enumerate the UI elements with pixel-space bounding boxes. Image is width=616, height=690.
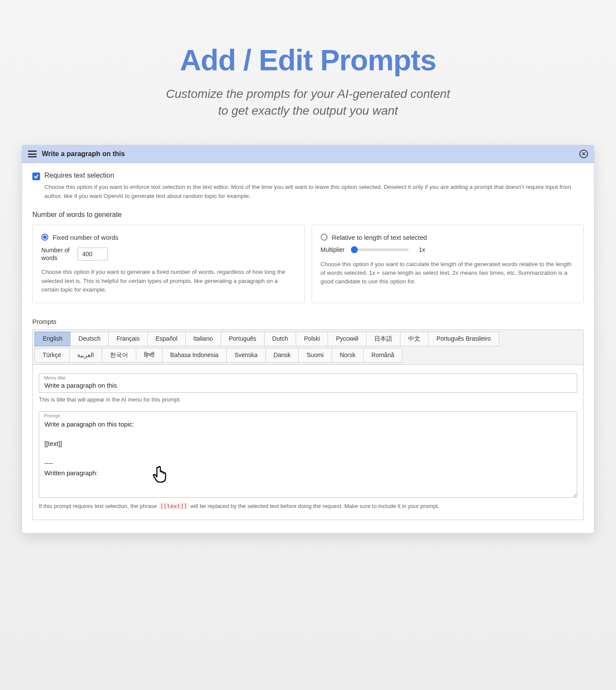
language-tab-español[interactable]: Español (147, 332, 186, 346)
prompts-section-label: Prompts (32, 318, 584, 325)
close-button[interactable]: ✕ (579, 150, 588, 158)
language-tabs-row-2: Türkçeالعربية한국어हिन्दीBahasa IndonesiaSv… (34, 348, 582, 364)
subtitle-line-2: to get exactly the output you want (218, 104, 398, 117)
page-title: Add / Edit Prompts (13, 43, 603, 77)
close-icon: ✕ (582, 151, 586, 157)
relative-words-radio-label: Relative to length of text selected (332, 234, 427, 241)
requires-selection-label: Requires text selection (44, 172, 114, 179)
tab-content: Menu title This is title that will appea… (33, 364, 583, 520)
number-of-words-input[interactable] (78, 248, 108, 260)
fixed-words-radio[interactable] (41, 234, 48, 241)
requires-selection-helper: Choose this option if you want to enforc… (44, 183, 584, 201)
slider-thumb-icon[interactable] (351, 246, 358, 253)
language-tab-dutch[interactable]: Dutch (264, 332, 297, 346)
multiplier-slider[interactable] (353, 248, 409, 251)
multiplier-label: Multiplier (321, 246, 347, 253)
language-tabs-row-1: EnglishDeutschFrançaisEspañolItalianoPor… (34, 332, 582, 348)
prompt-body-label: Prompt (44, 413, 60, 418)
requires-selection-checkbox[interactable] (32, 172, 40, 180)
menu-title-input[interactable] (39, 373, 577, 393)
language-tab-svenska[interactable]: Svenska (226, 348, 266, 363)
text-placeholder-code: [[text]] (158, 502, 189, 510)
language-tab-中文[interactable]: 中文 (400, 332, 428, 346)
language-tab-bahasa-indonesia[interactable]: Bahasa Indonesia (162, 348, 227, 363)
language-tab-हिन्दी[interactable]: हिन्दी (136, 348, 163, 363)
language-tab-العربية[interactable]: العربية (69, 348, 102, 363)
language-tabs-container: EnglishDeutschFrançaisEspañolItalianoPor… (32, 329, 584, 520)
relative-words-radio[interactable] (321, 234, 328, 241)
language-tab-polski[interactable]: Polski (296, 332, 328, 346)
hamburger-menu-icon[interactable] (28, 151, 37, 157)
helper-before: If this prompt requires text selection, … (39, 503, 158, 509)
panel-title: Write a paragraph on this (42, 150, 579, 158)
relative-words-card: Relative to length of text selected Mult… (312, 225, 584, 303)
word-count-section-label: Number of words to generate (32, 211, 584, 219)
language-tab-english[interactable]: English (34, 332, 71, 346)
language-tab-deutsch[interactable]: Deutsch (70, 332, 109, 346)
prompt-textarea[interactable] (39, 411, 577, 498)
language-tab-русский[interactable]: Русский (328, 332, 366, 346)
language-tab-português[interactable]: Português (221, 332, 265, 346)
helper-after: will be replaced by the selected text be… (191, 503, 439, 509)
language-tab-türkçe[interactable]: Türkçe (34, 348, 69, 363)
menu-title-label: Menu title (44, 375, 66, 380)
language-tab-한국어[interactable]: 한국어 (102, 348, 136, 363)
language-tab-dansk[interactable]: Dansk (266, 348, 299, 363)
number-of-words-label: Number of words (41, 246, 72, 262)
page-subtitle: Customize the prompts for your AI-genera… (13, 85, 603, 119)
panel-header: Write a paragraph on this ✕ (22, 145, 594, 163)
relative-words-helper: Choose this option if you want to calcul… (321, 260, 575, 286)
menu-title-helper: This is title that will appear in the AI… (39, 396, 577, 403)
fixed-words-radio-label: Fixed number of words (53, 234, 119, 241)
prompt-editor-panel: Write a paragraph on this ✕ Requires tex… (22, 145, 594, 533)
fixed-words-card: Fixed number of words Number of words Ch… (32, 225, 305, 303)
prompt-body-helper: If this prompt requires text selection, … (39, 503, 577, 509)
fixed-words-helper: Choose this option if you want to genera… (41, 268, 296, 294)
language-tab-français[interactable]: Français (108, 332, 148, 346)
language-tab-português-brasileiro[interactable]: Português Brasileiro (428, 332, 499, 346)
language-tab-日本語[interactable]: 日本語 (366, 332, 400, 346)
subtitle-line-1: Customize the prompts for your AI-genera… (166, 87, 450, 100)
language-tab-norsk[interactable]: Norsk (331, 348, 364, 363)
multiplier-value: 1x (419, 246, 425, 253)
language-tab-română[interactable]: Română (363, 348, 403, 363)
language-tab-italiano[interactable]: Italiano (185, 332, 221, 346)
language-tab-suomi[interactable]: Suomi (298, 348, 332, 363)
